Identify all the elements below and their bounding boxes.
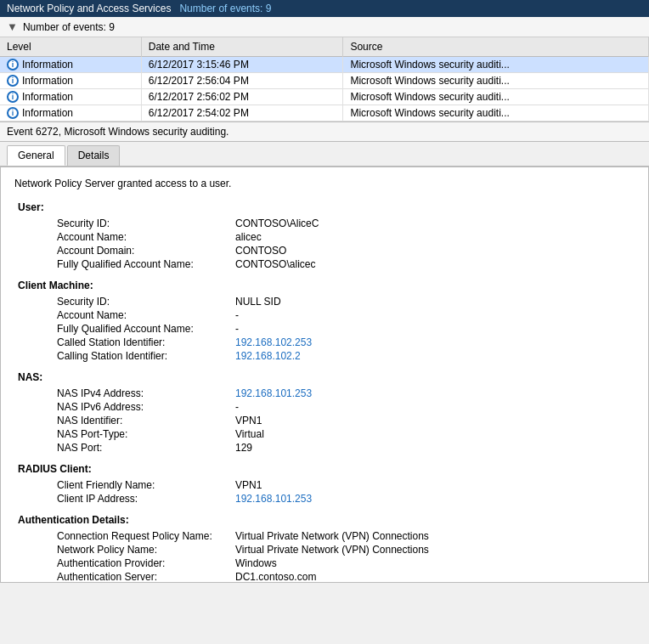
tab-details[interactable]: Details xyxy=(67,145,121,166)
section-title: Client Machine: xyxy=(18,280,635,291)
detail-row: NAS IPv6 Address:- xyxy=(14,400,635,414)
title-bar: Network Policy and Access Services Numbe… xyxy=(0,0,649,17)
detail-value: Virtual xyxy=(235,428,264,440)
event-count-title: Number of events: 9 xyxy=(179,3,271,14)
detail-value: Virtual Private Network (VPN) Connection… xyxy=(235,530,429,542)
col-level: Level xyxy=(0,37,141,57)
detail-row: Client IP Address:192.168.101.253 xyxy=(14,492,635,506)
section-title: NAS: xyxy=(18,371,635,383)
level-text: Information xyxy=(22,91,73,103)
detail-section: RADIUS Client:Client Friendly Name:VPN1C… xyxy=(14,463,635,506)
col-datetime: Date and Time xyxy=(141,37,343,57)
detail-row: Account Name:- xyxy=(14,308,635,322)
detail-row: Called Station Identifier:192.168.102.25… xyxy=(14,336,635,349)
detail-row: Account Domain:CONTOSO xyxy=(14,244,635,257)
detail-row: Connection Request Policy Name:Virtual P… xyxy=(14,529,635,543)
detail-row: Fully Qualified Account Name:- xyxy=(14,322,635,336)
detail-row: Account Name:alicec xyxy=(14,230,635,244)
filter-label: Number of events: 9 xyxy=(23,21,115,33)
table-row[interactable]: iInformation6/12/2017 2:54:02 PMMicrosof… xyxy=(0,105,649,121)
tab-general[interactable]: General xyxy=(7,145,65,166)
detail-label: Security ID: xyxy=(57,296,235,308)
tabs-container: GeneralDetails xyxy=(0,142,649,167)
detail-label: Called Station Identifier: xyxy=(57,336,235,348)
detail-row: Client Friendly Name:VPN1 xyxy=(14,478,635,492)
detail-row: Fully Qualified Account Name:CONTOSO\ali… xyxy=(14,257,635,271)
app-title: Network Policy and Access Services xyxy=(7,3,171,14)
cell-source: Microsoft Windows security auditi... xyxy=(343,57,649,73)
detail-section: User:Security ID:CONTOSO\AliceCAccount N… xyxy=(14,201,635,271)
info-icon: i xyxy=(7,75,19,87)
info-icon: i xyxy=(7,59,19,71)
detail-value: VPN1 xyxy=(235,415,262,427)
detail-value: - xyxy=(235,323,239,335)
detail-label: Account Domain: xyxy=(57,245,235,257)
detail-label: Client IP Address: xyxy=(57,493,235,505)
detail-label: Fully Qualified Account Name: xyxy=(57,258,235,270)
detail-value: VPN1 xyxy=(235,479,262,491)
detail-label: Network Policy Name: xyxy=(57,544,235,556)
detail-value: 192.168.102.253 xyxy=(235,336,312,348)
detail-value: CONTOSO\alicec xyxy=(235,258,315,270)
detail-value: alicec xyxy=(235,231,262,243)
detail-value: Windows xyxy=(235,557,277,569)
detail-label: Account Name: xyxy=(57,231,235,243)
cell-source: Microsoft Windows security auditi... xyxy=(343,89,649,105)
event-description-bar: Event 6272, Microsoft Windows security a… xyxy=(0,121,649,142)
detail-summary: Network Policy Server granted access to … xyxy=(14,178,635,189)
detail-value: Virtual Private Network (VPN) Connection… xyxy=(235,544,429,556)
col-source: Source xyxy=(343,37,649,57)
table-row[interactable]: iInformation6/12/2017 2:56:02 PMMicrosof… xyxy=(0,89,649,105)
event-description: Event 6272, Microsoft Windows security a… xyxy=(7,126,229,138)
detail-value: - xyxy=(235,309,239,321)
info-icon: i xyxy=(7,91,19,103)
detail-row: NAS IPv4 Address:192.168.101.253 xyxy=(14,387,635,400)
table-row[interactable]: iInformation6/12/2017 2:56:04 PMMicrosof… xyxy=(0,73,649,89)
detail-row: NAS Port-Type:Virtual xyxy=(14,427,635,441)
detail-value: DC1.contoso.com xyxy=(235,571,316,583)
filter-bar: ▼ Number of events: 9 xyxy=(0,17,649,37)
detail-label: Account Name: xyxy=(57,309,235,321)
level-text: Information xyxy=(22,107,73,119)
detail-label: NAS IPv6 Address: xyxy=(57,401,235,413)
detail-label: Security ID: xyxy=(57,217,235,229)
section-title: Authentication Details: xyxy=(18,514,635,526)
cell-level: iInformation xyxy=(0,105,141,121)
table-header-row: Level Date and Time Source xyxy=(0,37,649,57)
detail-label: NAS Port-Type: xyxy=(57,428,235,440)
detail-value: 192.168.101.253 xyxy=(235,387,312,399)
detail-label: Client Friendly Name: xyxy=(57,479,235,491)
cell-level: iInformation xyxy=(0,73,141,89)
detail-label: Calling Station Identifier: xyxy=(57,350,235,362)
detail-label: Connection Request Policy Name: xyxy=(57,530,235,542)
detail-value: 129 xyxy=(235,442,252,454)
detail-row: NAS Identifier:VPN1 xyxy=(14,414,635,427)
detail-value: NULL SID xyxy=(235,296,281,308)
detail-label: Fully Qualified Account Name: xyxy=(57,323,235,335)
detail-value: 192.168.101.253 xyxy=(235,493,312,505)
detail-panel: Network Policy Server granted access to … xyxy=(0,167,649,583)
detail-section: Authentication Details:Connection Reques… xyxy=(14,514,635,583)
level-text: Information xyxy=(22,75,73,87)
detail-row: Security ID:NULL SID xyxy=(14,295,635,308)
detail-row: NAS Port:129 xyxy=(14,441,635,455)
detail-label: Authentication Provider: xyxy=(57,557,235,569)
detail-value: CONTOSO xyxy=(235,245,286,257)
cell-datetime: 6/12/2017 2:54:02 PM xyxy=(141,105,343,121)
detail-value: 192.168.102.2 xyxy=(235,350,301,362)
detail-value: CONTOSO\AliceC xyxy=(235,217,319,229)
detail-value: - xyxy=(235,401,239,413)
detail-label: NAS IPv4 Address: xyxy=(57,387,235,399)
level-text: Information xyxy=(22,59,73,71)
detail-row: Authentication Provider:Windows xyxy=(14,556,635,570)
detail-row: Security ID:CONTOSO\AliceC xyxy=(14,217,635,230)
detail-row: Authentication Server:DC1.contoso.com xyxy=(14,570,635,583)
detail-row: Calling Station Identifier:192.168.102.2 xyxy=(14,349,635,363)
detail-row: Network Policy Name:Virtual Private Netw… xyxy=(14,543,635,556)
cell-datetime: 6/12/2017 3:15:46 PM xyxy=(141,57,343,73)
table-row[interactable]: iInformation6/12/2017 3:15:46 PMMicrosof… xyxy=(0,57,649,73)
cell-datetime: 6/12/2017 2:56:02 PM xyxy=(141,89,343,105)
section-title: RADIUS Client: xyxy=(18,463,635,475)
section-title: User: xyxy=(18,201,635,213)
info-icon: i xyxy=(7,107,19,119)
